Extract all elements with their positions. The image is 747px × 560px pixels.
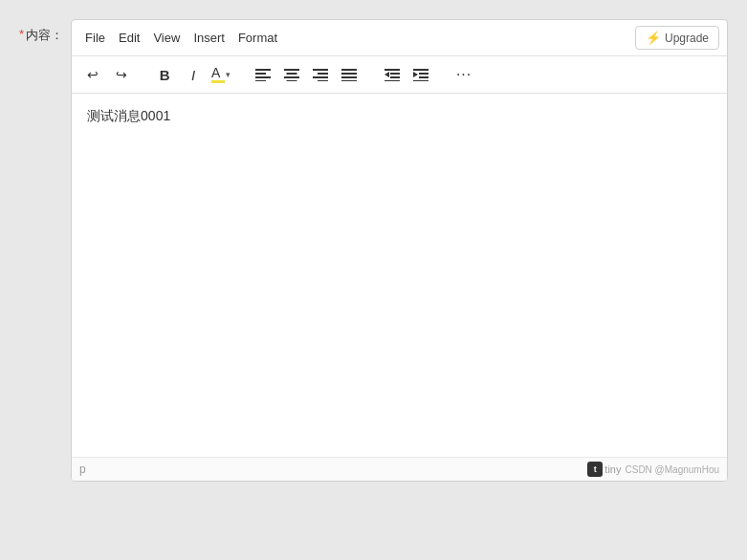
tiny-logo-icon: t: [587, 462, 603, 477]
svg-rect-6: [284, 76, 299, 78]
outdent-button[interactable]: [379, 62, 406, 87]
align-justify-button[interactable]: [336, 62, 363, 87]
toolbar-indent-group: [379, 62, 434, 87]
upgrade-label: Upgrade: [665, 32, 709, 45]
svg-rect-10: [313, 76, 328, 78]
menu-format[interactable]: Format: [232, 28, 283, 48]
svg-rect-18: [390, 76, 400, 78]
menu-edit[interactable]: Edit: [113, 28, 145, 48]
editor-content[interactable]: 测试消息0001: [72, 94, 727, 457]
svg-rect-17: [390, 73, 400, 75]
align-left-icon: [255, 68, 271, 81]
toolbar-format-group: B I A ▾: [151, 62, 233, 87]
more-button[interactable]: ···: [450, 62, 477, 87]
tiny-brand-name: tiny: [604, 463, 621, 475]
toolbar-separator-3: [370, 65, 371, 84]
toolbar-align-group: [250, 62, 363, 87]
svg-rect-3: [255, 80, 266, 81]
svg-rect-16: [384, 69, 400, 71]
align-right-button[interactable]: [307, 62, 334, 87]
svg-rect-23: [419, 76, 428, 78]
highlight-icon: A: [211, 66, 225, 83]
editor-footer-brand: t tiny CSDN @MagnumHou: [587, 462, 719, 477]
csdn-attribution: CSDN @MagnumHou: [625, 464, 719, 475]
svg-rect-8: [313, 69, 328, 71]
svg-marker-25: [413, 72, 418, 77]
label-text: 内容：: [26, 27, 63, 44]
svg-rect-15: [341, 80, 357, 81]
italic-button[interactable]: I: [180, 62, 207, 87]
required-asterisk: *: [19, 27, 24, 44]
align-left-button[interactable]: [250, 62, 276, 87]
redo-button[interactable]: ↪: [108, 62, 135, 87]
align-right-icon: [313, 68, 328, 81]
outdent-icon: [384, 68, 400, 81]
highlight-button[interactable]: A ▾: [209, 64, 233, 85]
editor-toolbar: ↩ ↪ B I A ▾: [72, 56, 727, 94]
svg-rect-11: [318, 80, 328, 81]
bold-button[interactable]: B: [151, 62, 178, 87]
editor-wrapper: File Edit View Insert Format ⚡ Upgrade ↩…: [71, 19, 728, 482]
toolbar-separator-2: [241, 65, 242, 84]
undo-button[interactable]: ↩: [79, 62, 106, 87]
svg-rect-4: [284, 69, 299, 71]
svg-rect-22: [419, 73, 428, 75]
toolbar-separator-4: [442, 65, 443, 84]
indent-button[interactable]: [407, 62, 434, 87]
editor-menubar: File Edit View Insert Format ⚡ Upgrade: [72, 20, 727, 56]
svg-rect-0: [255, 69, 271, 71]
svg-rect-14: [341, 76, 357, 78]
tiny-logo: t tiny: [587, 462, 621, 477]
menu-view[interactable]: View: [147, 28, 186, 48]
editor-tag-indicator: p: [79, 463, 86, 476]
svg-rect-9: [318, 73, 328, 75]
svg-rect-2: [255, 76, 271, 78]
highlight-chevron-icon: ▾: [226, 70, 231, 79]
svg-rect-19: [384, 80, 400, 81]
editor-paragraph: 测试消息0001: [87, 105, 712, 126]
menubar-left: File Edit View Insert Format: [79, 28, 283, 48]
svg-rect-13: [341, 73, 357, 75]
align-center-icon: [284, 68, 299, 81]
highlight-underline: [211, 80, 225, 83]
menu-file[interactable]: File: [79, 28, 111, 48]
toolbar-history-group: ↩ ↪: [79, 62, 135, 87]
indent-icon: [413, 68, 428, 81]
toolbar-separator-1: [143, 65, 143, 84]
align-justify-icon: [341, 68, 357, 81]
svg-rect-5: [287, 73, 297, 75]
svg-rect-24: [413, 80, 428, 81]
editor-footer: p t tiny CSDN @MagnumHou: [72, 457, 727, 481]
menu-insert[interactable]: Insert: [187, 28, 231, 48]
svg-marker-20: [384, 72, 389, 77]
field-label: * 内容：: [19, 19, 63, 44]
align-center-button[interactable]: [278, 62, 305, 87]
svg-rect-12: [341, 69, 357, 71]
svg-rect-1: [255, 73, 266, 75]
upgrade-button[interactable]: ⚡ Upgrade: [635, 26, 719, 50]
svg-rect-21: [413, 69, 428, 71]
lightning-icon: ⚡: [646, 31, 661, 45]
svg-rect-7: [287, 80, 297, 81]
